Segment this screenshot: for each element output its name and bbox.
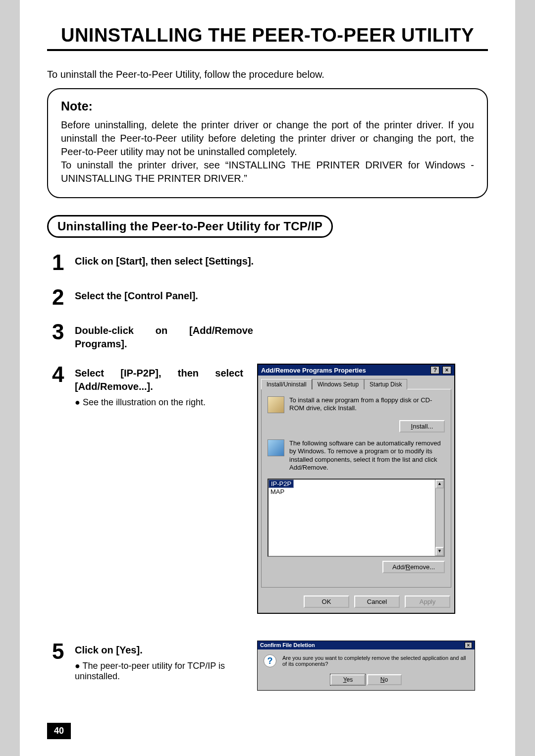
cancel-button[interactable]: Cancel <box>354 595 400 608</box>
confirm-dialog: Confirm File Deletion × ? Are you sure y… <box>257 641 475 691</box>
list-item[interactable]: MAP <box>268 488 444 495</box>
step-5-row: 5 Click on [Yes]. The peer-to-peer utili… <box>52 641 488 695</box>
step-text: Select the [Control Panel]. <box>75 289 488 303</box>
note-body: Before uninstalling, delete the printer … <box>61 118 474 185</box>
step-number: 3 <box>52 321 75 343</box>
note-box: Note: Before uninstalling, delete the pr… <box>47 88 488 198</box>
help-icon[interactable]: ? <box>430 366 439 374</box>
yes-button[interactable]: Yes <box>330 674 365 685</box>
close-icon[interactable]: × <box>465 642 472 648</box>
add-remove-dialog: Add/Remove Programs Properties ? × Insta… <box>257 364 455 614</box>
confirm-title-text: Confirm File Deletion <box>260 642 315 648</box>
remove-icon <box>268 439 284 456</box>
step-text: Click on [Start], then select [Settings]… <box>75 255 488 268</box>
page-number: 40 <box>47 723 71 739</box>
step-4-row: 4 Select [IP-P2P], then select [Add/Remo… <box>52 364 488 614</box>
install-button[interactable]: Install... <box>399 420 445 432</box>
apply-button[interactable]: Apply <box>405 595 450 608</box>
confirm-titlebar: Confirm File Deletion × <box>258 641 475 649</box>
page: UNINSTALLING THE PEER-TO-PEER UTILITY To… <box>20 0 515 756</box>
step-number: 5 <box>52 641 75 662</box>
dialog-footer: OK Cancel Apply <box>258 591 454 613</box>
step-5: 5 Click on [Yes]. The peer-to-peer utili… <box>52 641 245 682</box>
tab-panel: To install a new program from a floppy d… <box>261 389 451 588</box>
intro-text: To uninstall the Peer-to-Peer Utility, f… <box>47 69 488 80</box>
scrollbar[interactable]: ▲ ▼ <box>435 480 444 556</box>
step-number: 1 <box>52 252 75 273</box>
step-3: 3 Double-click on [Add/Remove Programs]. <box>52 321 488 351</box>
program-listbox[interactable]: IP-P2P MAP ▲ ▼ <box>268 479 445 557</box>
note-heading: Note: <box>61 99 474 113</box>
ok-button[interactable]: OK <box>304 595 349 608</box>
tab-startup-disk[interactable]: Startup Disk <box>364 379 407 389</box>
install-icon <box>268 396 284 413</box>
list-item-selected[interactable]: IP-P2P <box>268 480 294 488</box>
close-icon[interactable]: × <box>442 366 451 374</box>
dialog-title-text: Add/Remove Programs Properties <box>261 367 366 374</box>
step-4: 4 Select [IP-P2P], then select [Add/Remo… <box>52 364 245 408</box>
remove-text: The following software can be automatica… <box>289 439 445 472</box>
step-text: Click on [Yes]. <box>75 644 245 657</box>
tab-install-uninstall[interactable]: Install/Uninstall <box>261 379 312 389</box>
step-text: Double-click on [Add/Remove Programs]. <box>75 324 253 351</box>
no-button[interactable]: No <box>367 674 402 685</box>
step-1: 1 Click on [Start], then select [Setting… <box>52 252 488 273</box>
step-text: Select [IP-P2P], then select [Add/Remove… <box>75 367 243 393</box>
install-text: To install a new program from a floppy d… <box>289 396 445 413</box>
step-subtext: The peer-to-peer utility for TCP/IP is u… <box>75 661 245 682</box>
step-2: 2 Select the [Control Panel]. <box>52 286 488 308</box>
dialog-tabs: Install/Uninstall Windows Setup Startup … <box>258 376 454 389</box>
dialog-titlebar: Add/Remove Programs Properties ? × <box>258 365 454 376</box>
step-number: 4 <box>52 364 75 385</box>
scroll-down-icon[interactable]: ▼ <box>435 547 444 556</box>
step-number: 2 <box>52 286 75 308</box>
steps-list: 1 Click on [Start], then select [Setting… <box>52 252 488 695</box>
tab-windows-setup[interactable]: Windows Setup <box>312 379 364 389</box>
scroll-up-icon[interactable]: ▲ <box>435 480 444 488</box>
step-subtext: See the illustration on the right. <box>75 397 245 408</box>
section-heading: Uninstalling the Peer-to-Peer Utility fo… <box>47 215 333 238</box>
confirm-message: Are you sure you want to completely remo… <box>282 655 469 667</box>
add-remove-button[interactable]: Add/Remove... <box>382 561 445 573</box>
page-title: UNINSTALLING THE PEER-TO-PEER UTILITY <box>47 25 488 51</box>
question-icon: ? <box>264 654 276 667</box>
